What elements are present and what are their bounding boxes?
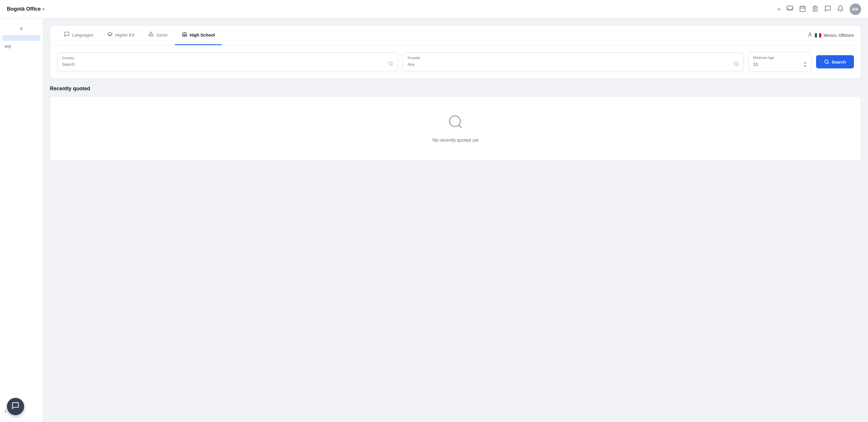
avatar[interactable]: MA bbox=[849, 3, 861, 15]
recently-quoted-section: Recently quoted No recently quoted yet bbox=[50, 86, 861, 161]
svg-point-18 bbox=[825, 60, 828, 63]
tab-high-school-label: High School bbox=[190, 32, 215, 37]
svg-line-21 bbox=[459, 125, 462, 128]
country-filter-label: Country bbox=[62, 56, 393, 60]
empty-search-icon bbox=[447, 114, 464, 133]
filters-container: Country Provider bbox=[50, 45, 861, 79]
higher-ed-tab-icon bbox=[107, 31, 113, 38]
svg-rect-1 bbox=[800, 6, 805, 11]
main-content: Languages Higher Ed bbox=[43, 19, 868, 422]
topbar-right: + bbox=[777, 3, 861, 15]
clipboard-icon[interactable] bbox=[812, 5, 818, 13]
sidebar-active-item[interactable] bbox=[2, 35, 40, 41]
svg-point-10 bbox=[809, 33, 811, 34]
provider-search-icon bbox=[734, 61, 739, 67]
search-button-label: Search bbox=[832, 59, 846, 64]
sidebar-collapse-button[interactable]: ∨ bbox=[0, 23, 43, 34]
topbar: Bogotá Office ▾ + bbox=[0, 0, 868, 19]
provider-filter-label: Provider bbox=[408, 56, 739, 60]
svg-point-14 bbox=[389, 62, 392, 65]
minimum-age-input[interactable] bbox=[753, 62, 776, 67]
svg-point-8 bbox=[151, 35, 151, 36]
chat-icon[interactable] bbox=[825, 5, 831, 13]
inbox-icon[interactable] bbox=[786, 5, 794, 13]
svg-rect-0 bbox=[787, 6, 793, 10]
age-filter-input-row: ▲ ▼ bbox=[753, 61, 807, 68]
mexico-flag-icon bbox=[815, 33, 821, 38]
age-filter-label: Minimum Age bbox=[753, 56, 807, 60]
plus-icon[interactable]: + bbox=[777, 6, 781, 12]
topbar-left: Bogotá Office ▾ bbox=[7, 6, 44, 12]
age-decrement-button[interactable]: ▼ bbox=[804, 64, 807, 68]
tab-languages-label: Languages bbox=[72, 32, 93, 37]
junior-tab-icon bbox=[148, 31, 154, 38]
tabs-container: Languages Higher Ed bbox=[50, 26, 861, 45]
age-increment-button[interactable]: ▲ bbox=[804, 61, 807, 64]
svg-point-20 bbox=[450, 116, 460, 126]
layout: ∨ acy) › Languages bbox=[0, 19, 868, 422]
user-context[interactable]: Mexico, Offshore bbox=[807, 28, 854, 43]
age-stepper: ▲ ▼ bbox=[804, 61, 807, 68]
tab-languages[interactable]: Languages bbox=[57, 26, 100, 45]
provider-search-input[interactable] bbox=[408, 62, 734, 67]
country-filter: Country bbox=[57, 52, 398, 71]
user-icon bbox=[807, 32, 813, 38]
recently-quoted-title: Recently quoted bbox=[50, 86, 861, 92]
languages-tab-icon bbox=[64, 31, 70, 38]
tab-high-school[interactable]: High School bbox=[175, 26, 222, 45]
calendar-icon[interactable] bbox=[799, 5, 806, 13]
sidebar-legacy-text: acy) bbox=[0, 42, 43, 51]
svg-line-19 bbox=[828, 63, 828, 63]
tab-higher-ed-label: Higher Ed bbox=[115, 32, 134, 37]
tab-junior-label: Junior bbox=[156, 32, 168, 37]
sidebar: ∨ acy) › bbox=[0, 19, 43, 422]
provider-filter: Provider bbox=[403, 52, 744, 71]
search-button[interactable]: Search bbox=[816, 55, 854, 68]
high-school-tab-icon bbox=[182, 31, 187, 38]
svg-rect-5 bbox=[814, 6, 816, 7]
svg-point-16 bbox=[734, 62, 738, 65]
tab-junior[interactable]: Junior bbox=[141, 26, 175, 45]
country-search-icon bbox=[388, 61, 393, 67]
svg-rect-12 bbox=[817, 33, 819, 37]
chat-bubble-button[interactable] bbox=[7, 398, 24, 415]
svg-line-15 bbox=[392, 65, 392, 65]
office-chevron-icon[interactable]: ▾ bbox=[42, 7, 44, 11]
country-filter-input-row bbox=[62, 61, 393, 67]
svg-rect-11 bbox=[815, 33, 817, 37]
country-search-input[interactable] bbox=[62, 62, 388, 67]
tab-higher-ed[interactable]: Higher Ed bbox=[100, 26, 141, 45]
empty-state-text: No recently quoted yet bbox=[433, 138, 478, 143]
age-filter: Minimum Age ▲ ▼ bbox=[748, 52, 811, 72]
chat-bubble-icon bbox=[11, 401, 20, 411]
user-context-label: Mexico, Offshore bbox=[824, 33, 854, 38]
tab-card: Languages Higher Ed bbox=[50, 25, 861, 79]
provider-filter-input-row bbox=[408, 61, 739, 67]
office-title[interactable]: Bogotá Office bbox=[7, 6, 41, 12]
svg-rect-13 bbox=[819, 33, 821, 37]
svg-rect-9 bbox=[184, 34, 185, 36]
svg-line-17 bbox=[737, 65, 738, 65]
bell-icon[interactable] bbox=[837, 5, 844, 13]
empty-state-card: No recently quoted yet bbox=[50, 96, 861, 161]
